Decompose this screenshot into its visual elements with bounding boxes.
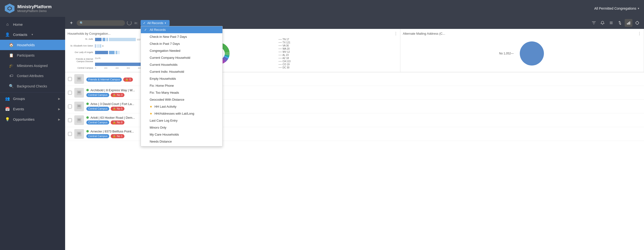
campus-badge: Central Campus [86,134,109,138]
dropdown-item-empty-households[interactable]: Empty Households [141,75,222,82]
dropdown-item-needs-geocoding[interactable]: Needs Geocoding [141,145,222,146]
add-button[interactable]: + [68,19,75,27]
row-checkbox[interactable] [68,132,72,136]
widget-mailing-header: Alternate Mailing Address (C... ⋮ [403,31,641,36]
dropdown-item-label: Fix: Home Phone [150,84,174,87]
row-avatar [74,88,84,98]
chevron-right-icon: ▶ [58,97,60,100]
dropdown-item-current-company[interactable]: Current Company Household [141,54,222,61]
row-checkbox[interactable] [68,91,72,95]
milestones-icon: 🎓 [9,63,14,68]
dropdown-item-label: Fix: Too Many Heads [150,91,179,94]
status-dot [86,89,89,91]
sidebar-item-label: Milestones Assigned [17,64,48,68]
legend-item-va: ── VA 30 [278,44,398,47]
svg-rect-7 [628,22,629,24]
sidebar-item-label: Contacts [13,32,27,37]
svg-rect-16 [78,78,80,79]
households-icon: 🏠 [9,43,14,47]
pie-label: No 1,052— [499,52,514,55]
search-box: 🔍 [77,20,125,26]
content-area: + 🔍 in: ✓ All Records ▾ ✓All RecordsChec… [65,17,644,250]
loading-spinner [127,20,132,25]
widget-menu-button[interactable]: ⋮ [638,31,641,36]
sidebar-item-opportunities[interactable]: 💡 Opportunities ▶ [0,114,65,125]
dropdown-item-checkin-new-7[interactable]: Check-in New Past 7 Days [141,33,222,40]
chart-label-central: Central Campus [68,67,93,69]
top-bar-right: All Permitted Congregations ▾ [594,6,639,10]
crosshair-icon-button[interactable] [634,19,641,27]
sidebar-item-label: Participants [17,53,34,57]
dropdown-item-label: Check-in New Past 7 Days [150,35,187,38]
row-checkbox[interactable] [68,105,72,108]
sidebar-item-groups[interactable]: 👥 Groups ▶ [0,93,65,104]
sidebar-item-background-checks[interactable]: 🔍 Background Checks [0,81,65,91]
row-checkbox[interactable] [68,77,72,81]
dropdown-item-label: Current Households [150,63,178,66]
chart-label-friends: Friends & Internet Campus Diocese [68,58,93,63]
sidebar-item-home[interactable]: ⌂ Home [0,19,65,29]
dropdown-item-label: HH Last Activity [154,105,176,108]
legend-item-az: ── AZ 18 [278,57,398,59]
dropdown-item-current-indiv[interactable]: Current Indiv. Household [141,68,222,75]
sidebar-item-contact-attributes[interactable]: 🏷 Contact Attributes [0,71,65,81]
sidebar-item-contacts[interactable]: 👤 Contacts ▾ [0,29,65,40]
chart-icon-button[interactable] [625,19,632,27]
sidebar-item-label: Home [13,22,23,26]
widget-menu-button[interactable]: ⋮ [394,31,398,36]
legend-item-ca: ── CA 113 [278,60,398,63]
chart-label-stEliz: St. Elizabeth Ann Seton [68,44,93,47]
dropdown-item-hh-addresses-lat[interactable]: ★HH/Addresses with Lat/Long [141,110,222,117]
status-dot [86,116,89,119]
caret-down-icon: ▾ [165,22,166,24]
campus-badge: Central Campus [86,93,109,97]
status-dot [86,103,89,105]
row-avatar [74,74,84,84]
legend-item-co: ── CO 19 [278,63,398,66]
main-layout: ⌂ Home 👤 Contacts ▾ 🏠 Households 📋 Parti… [0,17,644,250]
toolbar-icons [590,19,641,27]
dropdown-item-current-households[interactable]: Current Households [141,61,222,68]
list-icon-button[interactable] [607,19,615,27]
dropdown-item-label: Empty Households [150,77,176,80]
search-input[interactable] [85,21,122,25]
participants-icon: 📋 [9,53,14,57]
dropdown-item-label: Congregation Needed [150,49,180,52]
sidebar-item-label: Households [17,43,35,47]
sidebar-item-events[interactable]: 📅 Events ▶ [0,104,65,114]
dropdown-item-needs-distance[interactable]: Needs Distance [141,138,222,145]
filter-icon-button[interactable] [590,19,598,27]
dropdown-item-fix-too-many[interactable]: Fix: Too Many Heads [141,89,222,96]
row-checkbox[interactable] [68,118,72,122]
dropdown-item-my-care[interactable]: My Care Households [141,131,222,138]
widget-congregation-title: Households by Congregation... [68,32,111,35]
dropdown-item-congregation-needed[interactable]: Congregation Needed [141,47,222,54]
filter-dropdown-trigger[interactable]: ✓ All Records ▾ [140,20,170,26]
congregation-selector[interactable]: All Permitted Congregations ▾ [594,6,639,10]
dropdown-item-fix-home-phone[interactable]: Fix: Home Phone [141,82,222,89]
sidebar-item-milestones[interactable]: 🎓 Milestones Assigned [0,60,65,71]
row-avatar [74,129,84,139]
status-dot [86,130,89,132]
dropdown-item-label: HH/Addresses with Lat/Long [154,112,194,115]
sidebar-divider [0,92,65,92]
dropdown-item-minors-only[interactable]: Minors Only [141,124,222,131]
sidebar-item-households[interactable]: 🏠 Households [0,40,65,50]
chevron-down-icon: ▾ [32,33,33,36]
dropdown-item-geocoded-distance[interactable]: Geocoded With Distance [141,96,222,103]
toolbar: + 🔍 in: ✓ All Records ▾ ✓All RecordsChec… [65,17,644,29]
sort-icon-button[interactable] [616,19,624,27]
bell-icon-button[interactable] [599,19,606,27]
donut-legend: ── TN 17 ── TX 121 ── VA 30 ── WA 20 ── … [278,38,398,69]
attributes-icon: 🏷 [9,74,14,78]
sidebar-item-participants[interactable]: 📋 Participants [0,50,65,60]
widget-mailing-title: Alternate Mailing Address (C... [403,32,445,35]
dropdown-item-checkin-7[interactable]: Check-in Past 7 Days [141,40,222,47]
selected-filter-label: All Records [147,21,163,25]
dropdown-item-hh-last-activity[interactable]: ★HH Last Activity [141,103,222,110]
chevron-right-icon: ▶ [58,118,60,121]
groups-icon: 👥 [5,96,10,101]
dropdown-item-all-records[interactable]: ✓All Records [141,26,222,33]
dropdown-item-last-care-log[interactable]: Last Care Log Entry [141,117,222,124]
sidebar-item-label: Groups [13,97,25,101]
